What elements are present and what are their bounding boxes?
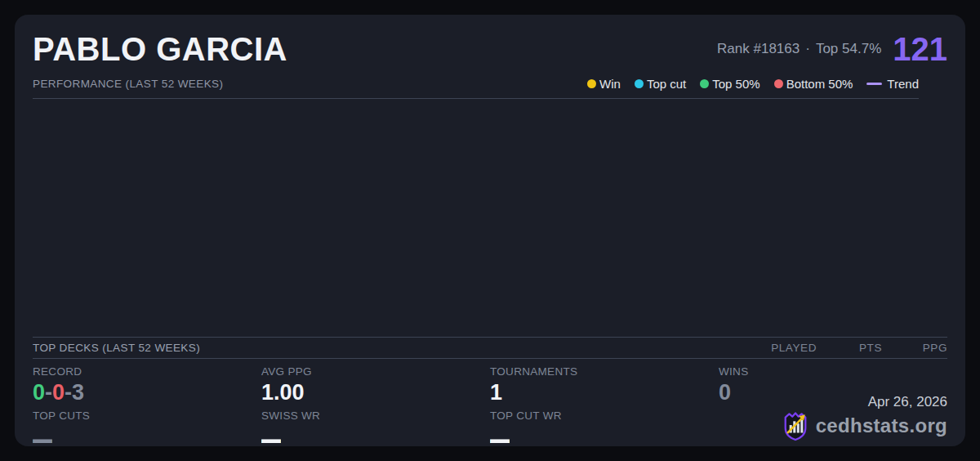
- legend-item-win: Win: [587, 77, 621, 91]
- date-label: Apr 26, 2026: [782, 394, 947, 410]
- avg-ppg-label: AVG PPG: [261, 366, 490, 378]
- stat-column-record: RECORD 0-0-3 TOP CUTS —: [33, 366, 261, 454]
- player-rank: Rank #18163·Top 54.7%: [717, 41, 881, 57]
- swiss-wr-value: —: [261, 416, 281, 461]
- top-cut-dot-icon: [635, 79, 644, 88]
- brand-name: cedhstats.org: [816, 414, 947, 437]
- rank-separator: ·: [805, 41, 810, 56]
- legend-item-top-50: Top 50%: [700, 77, 760, 91]
- player-score: 121: [893, 33, 947, 65]
- performance-chart: [33, 99, 947, 337]
- header-right: Rank #18163·Top 54.7% 121: [717, 33, 947, 65]
- top-decks-header: TOP DECKS (LAST 52 WEEKS) PLAYED PTS PPG: [33, 337, 947, 359]
- performance-section-header: PERFORMANCE (LAST 52 WEEKS) Win Top cut …: [33, 72, 919, 99]
- legend-label: Top cut: [647, 77, 686, 91]
- win-dot-icon: [587, 79, 596, 88]
- swiss-wr-label: SWISS WR: [261, 410, 490, 422]
- top-cut-wr-label: TOP CUT WR: [490, 410, 719, 422]
- top-50-dot-icon: [700, 79, 709, 88]
- legend-item-trend: Trend: [866, 77, 919, 91]
- column-header-played: PLAYED: [751, 342, 817, 354]
- chart-legend: Win Top cut Top 50% Bottom 50% Trend: [587, 77, 919, 91]
- tournaments-value: 1: [490, 380, 719, 405]
- column-header-ppg: PPG: [882, 342, 947, 354]
- top-cuts-label: TOP CUTS: [33, 410, 261, 422]
- legend-label: Win: [599, 77, 621, 91]
- card-header: PABLO GARCIA Rank #18163·Top 54.7% 121: [33, 15, 947, 72]
- legend-label: Trend: [887, 77, 919, 91]
- legend-label: Bottom 50%: [786, 77, 853, 91]
- legend-item-bottom-50: Bottom 50%: [774, 77, 853, 91]
- bottom-50-dot-icon: [774, 79, 783, 88]
- record-value: 0-0-3: [33, 380, 261, 405]
- page-background: { "player": { "name": "PABLO GARCIA", "r…: [0, 0, 980, 461]
- top-cut-wr-value: —: [490, 416, 510, 461]
- top-percent-label: Top 54.7%: [816, 41, 881, 56]
- cedhstats-logo-icon: [782, 410, 809, 441]
- legend-label: Top 50%: [712, 77, 760, 91]
- record-draws: 3: [72, 380, 84, 405]
- player-stats-card: PABLO GARCIA Rank #18163·Top 54.7% 121 P…: [15, 15, 965, 446]
- legend-item-top-cut: Top cut: [635, 77, 686, 91]
- wins-label: WINS: [719, 366, 947, 378]
- tournaments-label: TOURNAMENTS: [490, 366, 719, 378]
- trend-line-icon: [866, 83, 882, 85]
- record-label: RECORD: [33, 366, 261, 378]
- avg-ppg-value: 1.00: [261, 380, 490, 405]
- top-cuts-value: —: [33, 416, 52, 461]
- performance-title: PERFORMANCE (LAST 52 WEEKS): [33, 78, 223, 90]
- top-decks-title: TOP DECKS (LAST 52 WEEKS): [33, 342, 751, 354]
- record-losses: 0: [52, 380, 65, 405]
- stat-column-avg-ppg: AVG PPG 1.00 SWISS WR —: [261, 366, 490, 454]
- player-name: PABLO GARCIA: [33, 33, 287, 65]
- brand-link[interactable]: cedhstats.org: [782, 410, 947, 441]
- record-wins: 0: [33, 380, 45, 405]
- rank-label: Rank #18163: [717, 41, 800, 56]
- record-separator: -: [45, 380, 52, 405]
- card-footer: Apr 26, 2026 cedhstats.org: [782, 394, 947, 441]
- record-separator: -: [65, 380, 72, 405]
- stat-column-tournaments: TOURNAMENTS 1 TOP CUT WR —: [490, 366, 719, 454]
- column-header-pts: PTS: [817, 342, 882, 354]
